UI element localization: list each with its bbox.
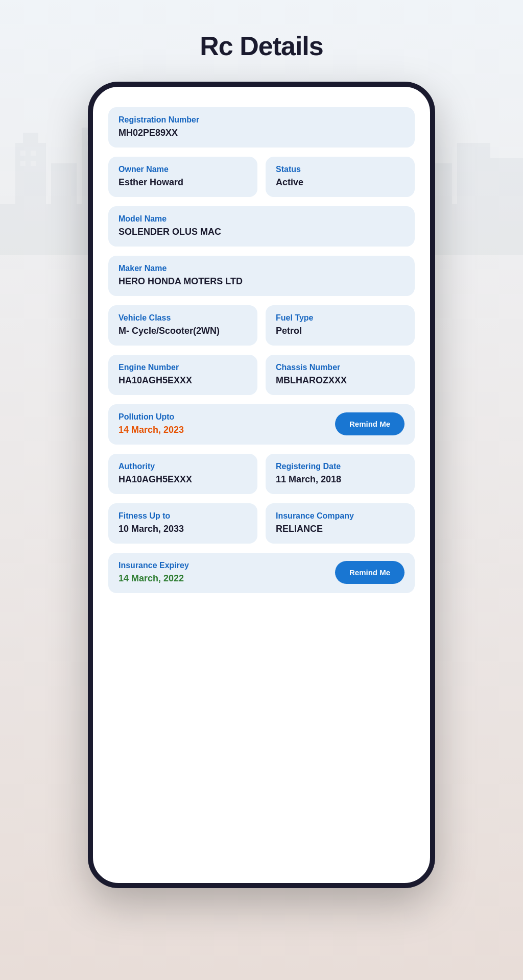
registration-number-label: Registration Number [118, 115, 405, 125]
insurance-company-label: Insurance Company [276, 511, 405, 521]
svg-rect-22 [31, 161, 36, 166]
registering-date-value: 11 March, 2018 [276, 474, 405, 485]
status-value: Active [276, 177, 405, 188]
chassis-number-card: Chassis Number MBLHAROZXXX [266, 355, 415, 395]
insurance-company-card: Insurance Company RELIANCE [266, 503, 415, 544]
registering-date-card: Registering Date 11 March, 2018 [266, 454, 415, 494]
owner-name-value: Esther Howard [118, 177, 247, 188]
fitness-upto-label: Fitness Up to [118, 511, 247, 521]
svg-rect-18 [490, 158, 523, 204]
owner-name-label: Owner Name [118, 165, 247, 174]
chassis-number-value: MBLHAROZXXX [276, 375, 405, 386]
engine-number-card: Engine Number HA10AGH5EXXX [108, 355, 257, 395]
svg-rect-2 [23, 133, 38, 143]
engine-number-value: HA10AGH5EXXX [118, 375, 247, 386]
fitness-upto-card: Fitness Up to 10 March, 2033 [108, 503, 257, 544]
status-card: Status Active [266, 157, 415, 197]
insurance-expirey-info: Insurance Expirey 14 March, 2022 [118, 561, 189, 584]
insurance-expirey-value: 14 March, 2022 [118, 573, 189, 584]
registration-number-value: MH02PE89XX [118, 128, 405, 138]
registration-number-card: Registration Number MH02PE89XX [108, 107, 415, 148]
vehicle-class-value: M- Cycle/Scooter(2WN) [118, 326, 247, 336]
maker-name-value: HERO HONDA MOTERS LTD [118, 276, 405, 287]
maker-name-card: Maker Name HERO HONDA MOTERS LTD [108, 256, 415, 296]
model-name-value: SOLENDER OLUS MAC [118, 227, 405, 237]
status-label: Status [276, 165, 405, 174]
pollution-remind-button[interactable]: Remind Me [335, 412, 405, 435]
authority-card: Authority HA10AGH5EXXX [108, 454, 257, 494]
fuel-type-value: Petrol [276, 326, 405, 336]
authority-date-row: Authority HA10AGH5EXXX Registering Date … [108, 454, 415, 494]
svg-rect-3 [51, 163, 77, 204]
chassis-number-label: Chassis Number [276, 363, 405, 372]
maker-name-label: Maker Name [118, 264, 405, 273]
fuel-type-label: Fuel Type [276, 313, 405, 323]
insurance-remind-card: Insurance Expirey 14 March, 2022 Remind … [108, 553, 415, 593]
pollution-remind-card: Pollution Upto 14 March, 2023 Remind Me [108, 404, 415, 445]
page-title: Rc Details [200, 31, 323, 61]
insurance-company-value: RELIANCE [276, 524, 405, 534]
engine-chassis-row: Engine Number HA10AGH5EXXX Chassis Numbe… [108, 355, 415, 395]
fitness-insurance-row: Fitness Up to 10 March, 2033 Insurance C… [108, 503, 415, 544]
model-name-card: Model Name SOLENDER OLUS MAC [108, 206, 415, 247]
svg-rect-19 [20, 151, 26, 156]
pollution-info: Pollution Upto 14 March, 2023 [118, 412, 184, 435]
pollution-upto-value: 14 March, 2023 [118, 425, 184, 435]
insurance-expirey-label: Insurance Expirey [118, 561, 189, 570]
vehicle-class-label: Vehicle Class [118, 313, 247, 323]
authority-value: HA10AGH5EXXX [118, 474, 247, 485]
svg-rect-21 [20, 161, 26, 166]
fitness-upto-value: 10 March, 2033 [118, 524, 247, 534]
pollution-upto-label: Pollution Upto [118, 412, 184, 422]
owner-name-card: Owner Name Esther Howard [108, 157, 257, 197]
phone-frame: Registration Number MH02PE89XX Owner Nam… [88, 82, 435, 888]
svg-rect-17 [457, 143, 490, 204]
vehicle-fuel-row: Vehicle Class M- Cycle/Scooter(2WN) Fuel… [108, 305, 415, 346]
owner-status-row: Owner Name Esther Howard Status Active [108, 157, 415, 197]
vehicle-class-card: Vehicle Class M- Cycle/Scooter(2WN) [108, 305, 257, 346]
authority-label: Authority [118, 462, 247, 471]
fuel-type-card: Fuel Type Petrol [266, 305, 415, 346]
svg-rect-20 [31, 151, 36, 156]
model-name-label: Model Name [118, 214, 405, 224]
registering-date-label: Registering Date [276, 462, 405, 471]
insurance-remind-button[interactable]: Remind Me [335, 561, 405, 584]
engine-number-label: Engine Number [118, 363, 247, 372]
